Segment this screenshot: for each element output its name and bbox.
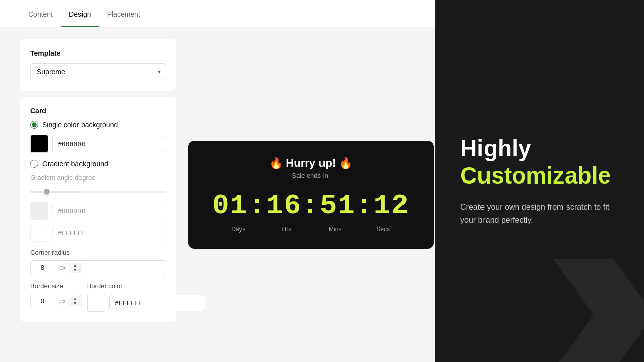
single-color-label: Single color background: [42, 121, 118, 129]
settings-panel: Template Supreme Classic Modern Minimal …: [20, 39, 176, 350]
corner-radius-down[interactable]: ▼: [69, 268, 82, 273]
border-size-down[interactable]: ▼: [69, 301, 82, 306]
border-size-unit: px: [56, 298, 69, 305]
border-row: Border size px ▲ ▼ Border color: [30, 282, 166, 312]
corner-radius-label: Corner radius: [30, 249, 166, 256]
tab-content[interactable]: Content: [20, 0, 61, 27]
countdown-label-mins: Mins: [320, 226, 350, 233]
main-content: Template Supreme Classic Modern Minimal …: [0, 27, 435, 362]
gradient-color2-input[interactable]: [52, 225, 166, 241]
border-size-arrows: ▲ ▼: [69, 297, 82, 306]
tab-design[interactable]: Design: [61, 0, 99, 27]
single-color-radio[interactable]: [30, 121, 38, 129]
card-section: Card Single color background #000000 Gra…: [20, 97, 176, 322]
border-size-group: Border size px ▲ ▼: [30, 282, 82, 308]
gradient-color2-row: [30, 224, 166, 242]
border-color-label: Border color: [87, 282, 205, 290]
svg-marker-0: [553, 259, 644, 362]
preview-area: 🔥 Hurry up! 🔥 Sale ends in: 01:16:51:12 …: [188, 39, 434, 350]
border-size-spinner: px ▲ ▼: [30, 294, 82, 308]
gradient-angle-slider[interactable]: [30, 191, 166, 193]
countdown-title: 🔥 Hurry up! 🔥: [212, 157, 410, 170]
right-panel: Highly Customizable Create your own desi…: [435, 0, 644, 362]
hero-description: Create your own design from scratch to f…: [460, 201, 611, 226]
corner-radius-input[interactable]: [31, 261, 56, 275]
countdown-card: 🔥 Hurry up! 🔥 Sale ends in: 01:16:51:12 …: [188, 141, 434, 249]
countdown-time: 01:16:51:12: [212, 190, 410, 222]
border-size-input[interactable]: [31, 294, 56, 308]
gradient-angle-label: Gradient angle degree: [30, 174, 166, 182]
template-select[interactable]: Supreme Classic Modern Minimal: [30, 63, 166, 80]
countdown-label-hrs: Hrs: [272, 226, 302, 233]
gradient-color1-row: [30, 202, 166, 220]
corner-radius-arrows: ▲ ▼: [69, 263, 82, 273]
tabs-bar: Content Design Placement: [0, 0, 435, 27]
gradient-color1-swatch[interactable]: [30, 202, 48, 220]
single-color-hex-input[interactable]: #000000: [52, 136, 166, 152]
template-section: Template Supreme Classic Modern Minimal …: [20, 39, 176, 90]
hero-heading-green: Customizable: [460, 163, 619, 189]
border-size-label: Border size: [30, 282, 82, 290]
corner-border-row: Corner radius px ▲ ▼: [30, 249, 166, 275]
countdown-label-days: Days: [223, 226, 254, 233]
gradient-color1-input[interactable]: [52, 203, 166, 219]
left-panel: Content Design Placement Template Suprem…: [0, 0, 435, 362]
gradient-label: Gradient background: [42, 160, 108, 168]
single-color-picker-row: #000000: [30, 135, 166, 153]
corner-radius-group: Corner radius px ▲ ▼: [30, 249, 166, 275]
gradient-angle-slider-container: [30, 186, 166, 195]
tab-placement[interactable]: Placement: [99, 0, 148, 27]
countdown-labels: Days Hrs Mins Secs: [212, 226, 410, 233]
single-color-swatch[interactable]: [30, 135, 48, 153]
border-color-group: Border color: [87, 282, 205, 312]
arrow-icon: [553, 259, 644, 362]
gradient-radio[interactable]: [30, 160, 38, 168]
countdown-label-secs: Secs: [368, 226, 398, 233]
countdown-subtitle: Sale ends in:: [212, 172, 410, 179]
border-color-swatch[interactable]: [87, 294, 105, 312]
template-select-wrapper: Supreme Classic Modern Minimal ▾: [30, 63, 166, 80]
corner-radius-unit: px: [56, 264, 69, 272]
gradient-color2-swatch[interactable]: [30, 224, 48, 242]
single-color-row: Single color background: [30, 121, 166, 129]
card-section-title: Card: [30, 107, 166, 115]
template-label: Template: [30, 49, 166, 57]
hero-heading-white: Highly: [460, 136, 619, 161]
corner-radius-spinner: px ▲ ▼: [30, 260, 166, 275]
arrow-decoration: [553, 259, 644, 362]
gradient-row: Gradient background: [30, 160, 166, 168]
